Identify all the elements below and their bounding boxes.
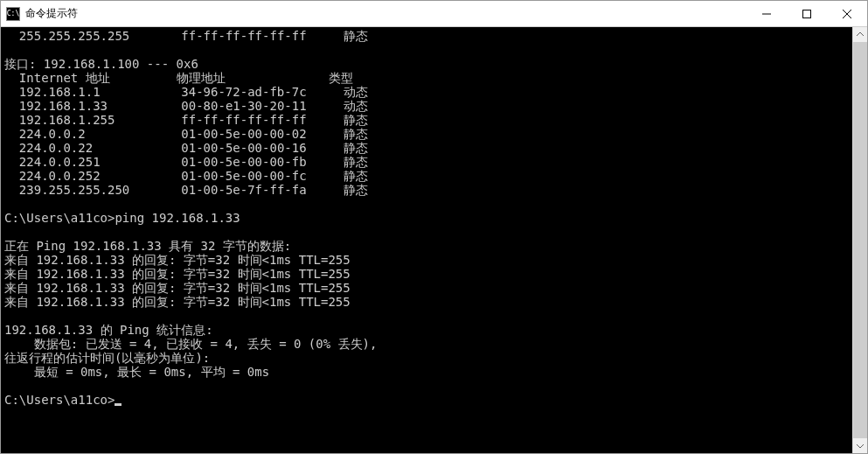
- arp-row: 224.0.0.22 01-00-5e-00-00-16 静态: [4, 141, 368, 155]
- arp-row: 192.168.1.1 34-96-72-ad-fb-7c 动态: [4, 85, 368, 99]
- scroll-down-button[interactable]: [853, 438, 867, 453]
- interface-header: 接口: 192.168.1.100 --- 0x6: [4, 57, 198, 71]
- arp-row: 224.0.0.252 01-00-5e-00-00-fc 静态: [4, 169, 368, 183]
- ping-header: 正在 Ping 192.168.1.33 具有 32 字节的数据:: [4, 239, 291, 253]
- arp-columns: Internet 地址 物理地址 类型: [4, 71, 353, 85]
- ping-stats-header: 192.168.1.33 的 Ping 统计信息:: [4, 323, 213, 337]
- cursor: [115, 403, 122, 406]
- arp-row: 192.168.1.33 00-80-e1-30-20-11 动态: [4, 99, 368, 113]
- command-prompt-window: C:\ 命令提示符 255.255.255.255 ff-ff-ff-ff-ff…: [0, 0, 868, 454]
- prompt-line: C:\Users\a11co>ping 192.168.1.33: [4, 211, 240, 225]
- ping-reply: 来自 192.168.1.33 的回复: 字节=32 时间<1ms TTL=25…: [4, 295, 351, 309]
- window-title: 命令提示符: [25, 6, 746, 21]
- ping-rtt-header: 往返行程的估计时间(以毫秒为单位):: [4, 351, 210, 365]
- scroll-up-button[interactable]: [853, 27, 867, 42]
- maximize-button[interactable]: [787, 1, 827, 26]
- chevron-down-icon: [857, 444, 864, 448]
- minimize-icon: [762, 10, 771, 18]
- ping-reply: 来自 192.168.1.33 的回复: 字节=32 时间<1ms TTL=25…: [4, 253, 351, 267]
- console-wrap: 255.255.255.255 ff-ff-ff-ff-ff-ff 静态 接口:…: [1, 27, 867, 453]
- arp-row: 239.255.255.250 01-00-5e-7f-ff-fa 静态: [4, 183, 368, 197]
- ping-reply: 来自 192.168.1.33 的回复: 字节=32 时间<1ms TTL=25…: [4, 281, 351, 295]
- minimize-button[interactable]: [746, 1, 787, 26]
- arp-row: 224.0.0.251 01-00-5e-00-00-fb 静态: [4, 155, 368, 169]
- arp-row: 255.255.255.255 ff-ff-ff-ff-ff-ff 静态: [4, 29, 368, 43]
- titlebar[interactable]: C:\ 命令提示符: [1, 1, 867, 27]
- scrollbar-thumb[interactable]: [853, 42, 867, 438]
- ping-reply: 来自 192.168.1.33 的回复: 字节=32 时间<1ms TTL=25…: [4, 267, 351, 281]
- console-area[interactable]: 255.255.255.255 ff-ff-ff-ff-ff-ff 静态 接口:…: [1, 27, 852, 453]
- arp-row: 224.0.0.2 01-00-5e-00-00-02 静态: [4, 127, 368, 141]
- svg-rect-1: [803, 10, 811, 17]
- arp-row: 192.168.1.255 ff-ff-ff-ff-ff-ff 静态: [4, 113, 368, 127]
- vertical-scrollbar[interactable]: [852, 27, 867, 453]
- prompt-line: C:\Users\a11co>: [4, 393, 115, 407]
- ping-stats-packets: 数据包: 已发送 = 4, 已接收 = 4, 丢失 = 0 (0% 丢失),: [4, 337, 377, 351]
- close-button[interactable]: [827, 1, 867, 26]
- window-controls: [746, 1, 867, 26]
- chevron-up-icon: [857, 32, 864, 37]
- maximize-icon: [802, 10, 811, 18]
- ping-rtt-values: 最短 = 0ms, 最长 = 0ms, 平均 = 0ms: [4, 365, 269, 379]
- app-icon: C:\: [6, 7, 20, 21]
- close-icon: [843, 10, 851, 18]
